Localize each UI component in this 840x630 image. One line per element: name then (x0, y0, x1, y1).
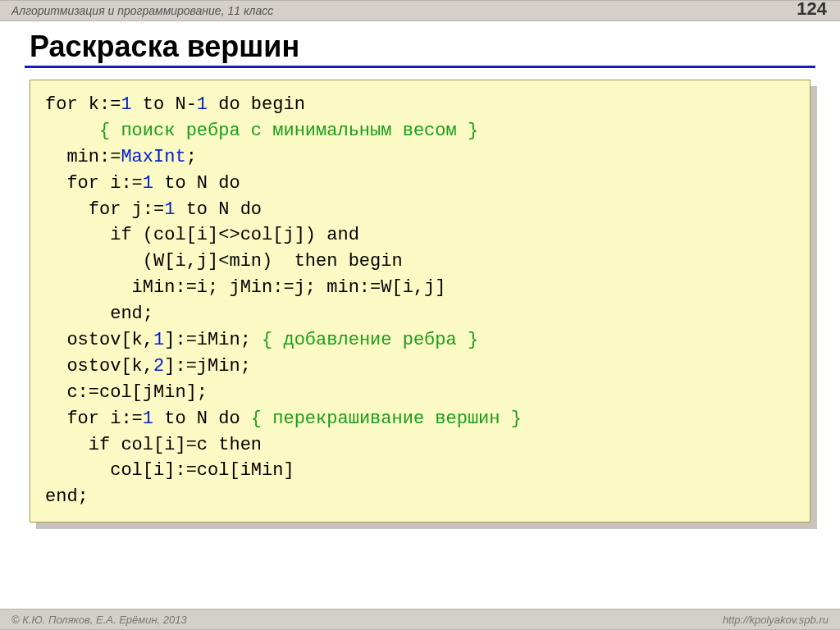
code-line: for k:=1 to N-1 do begin (45, 94, 305, 115)
footer-bar: © К.Ю. Поляков, Е.А. Ерёмин, 2013 http:/… (0, 609, 840, 630)
header-bar: Алгоритмизация и программирование, 11 кл… (0, 0, 840, 21)
code-line: (W[i,j]<min) then begin (45, 251, 403, 272)
code-line: ostov[k,1]:=iMin; { добавление ребра } (45, 330, 478, 350)
code-line: for i:=1 to N do (45, 173, 240, 194)
footer-url: http://kpolyakov.spb.ru (723, 614, 829, 626)
slide-content: Раскраска вершин for k:=1 to N-1 do begi… (0, 21, 840, 523)
code-line: for i:=1 to N do { перекрашивание вершин… (45, 409, 522, 429)
code-line: iMin:=i; jMin:=j; min:=W[i,j] (45, 277, 445, 298)
code-line: end; (45, 304, 153, 324)
code-comment: { поиск ребра с минимальным весом } (99, 121, 478, 141)
page-number: 124 (797, 0, 827, 20)
title-underline (25, 66, 815, 68)
code-line: min:=MaxInt; (45, 147, 197, 167)
code-line: col[i]:=col[iMin] (45, 460, 294, 481)
footer-copyright: © К.Ю. Поляков, Е.А. Ерёмин, 2013 (11, 614, 187, 626)
code-box: for k:=1 to N-1 do begin { поиск ребра с… (30, 80, 810, 523)
code-line: ostov[k,2]:=jMin; (45, 356, 251, 377)
code-line: c:=col[jMin]; (45, 382, 208, 403)
code-line: if col[i]=c then (45, 435, 262, 455)
code-line: end; (45, 486, 89, 507)
code-block: for k:=1 to N-1 do begin { поиск ребра с… (30, 80, 810, 523)
slide-title: Раскраска вершин (30, 30, 815, 64)
code-line: for j:=1 to N do (45, 199, 262, 220)
code-line: if (col[i]<>col[j]) and (45, 225, 359, 245)
breadcrumb: Алгоритмизация и программирование, 11 кл… (11, 4, 273, 17)
